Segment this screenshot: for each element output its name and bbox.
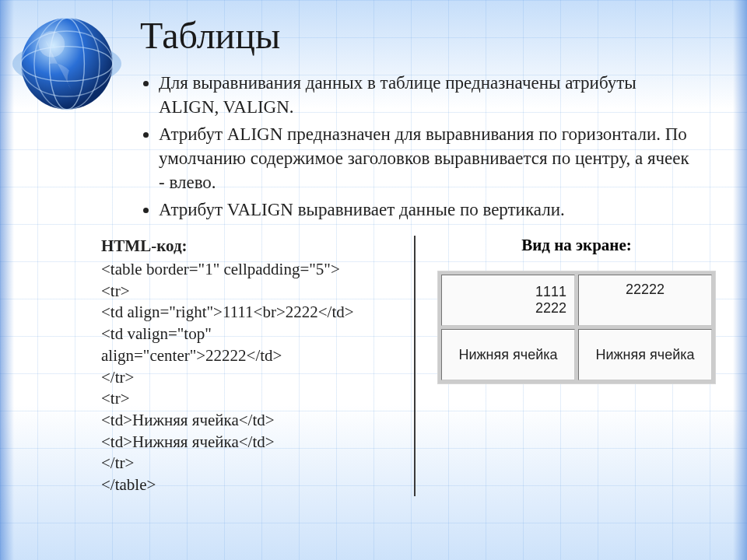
bullet-item: Атрибут ALIGN предназначен для выравнива… [159, 122, 693, 194]
code-line: <tr> [101, 281, 392, 303]
view-label: Вид на экране: [437, 236, 716, 255]
code-line: <td valign="top" [101, 324, 392, 345]
code-line: </table> [101, 474, 392, 496]
code-line: align="center">22222</td> [101, 345, 392, 367]
bullet-item: Для выравнивания данных в таблице предна… [159, 71, 693, 119]
table-cell-bottom-right: Нижняя ячейка [578, 329, 712, 380]
slide-title: Таблицы [140, 14, 700, 57]
cell-value: Нижняя ячейка [458, 347, 557, 362]
cell-value: 22222 [626, 282, 665, 297]
code-line: </tr> [101, 453, 392, 474]
table-cell-top-right: 22222 [578, 275, 712, 326]
code-line: <td>Нижняя ячейка</td> [101, 432, 392, 453]
cell-value: 2222 [535, 300, 566, 316]
code-line: <tr> [101, 388, 392, 410]
html-code-column: HTML-код: <table border="1" cellpadding=… [101, 236, 392, 496]
column-divider [414, 236, 416, 496]
table-row: Нижняя ячейка Нижняя ячейка [441, 329, 712, 380]
demo-table: 1111 2222 22222 Нижняя ячейка Нижняя яче… [437, 271, 716, 384]
cell-value: Нижняя ячейка [595, 347, 694, 362]
table-row: 1111 2222 22222 [441, 275, 712, 326]
code-line: <td>Нижняя ячейка</td> [101, 410, 392, 432]
code-line: <td align="right">1111<br>2222</td> [101, 302, 392, 324]
cell-value: 1111 [535, 284, 566, 299]
code-label: HTML-код: [101, 236, 392, 257]
bullet-item: Атрибут VALIGN выравнивает данные по вер… [159, 198, 693, 222]
code-line: <table border="1" cellpadding="5"> [101, 259, 392, 281]
bullet-list: Для выравнивания данных в таблице предна… [140, 71, 693, 222]
screen-view-column: Вид на экране: 1111 2222 22222 Нижняя яч… [437, 236, 716, 496]
code-line: </tr> [101, 367, 392, 389]
table-cell-top-left: 1111 2222 [441, 275, 575, 326]
table-cell-bottom-left: Нижняя ячейка [441, 329, 575, 380]
